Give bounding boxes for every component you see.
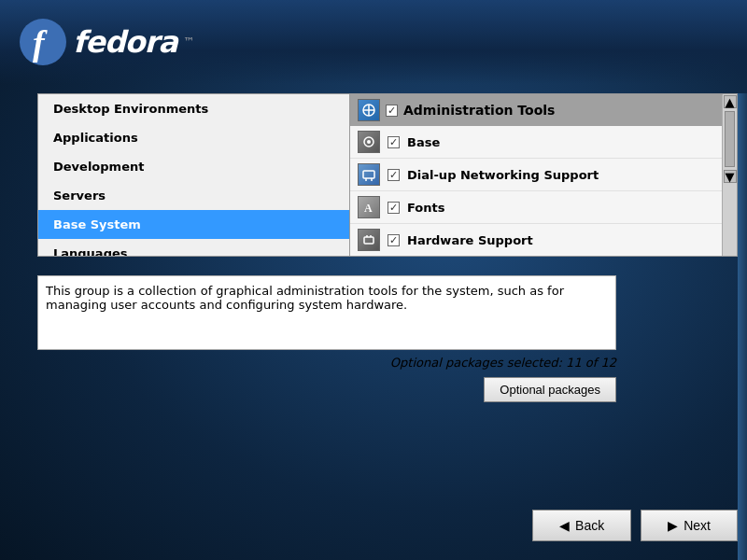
- next-button[interactable]: ▶ Next: [641, 510, 738, 541]
- svg-text:A: A: [364, 202, 373, 215]
- back-arrow-icon: ◀: [559, 518, 570, 533]
- hardware-icon: [358, 229, 380, 251]
- back-label: Back: [575, 518, 604, 533]
- right-divider: [738, 93, 747, 560]
- trademark: ™: [183, 35, 194, 49]
- fedora-text: fedora: [73, 24, 177, 60]
- base-icon: [358, 131, 380, 153]
- dialup-label: Dial-up Networking Support: [407, 168, 599, 182]
- category-item-applications[interactable]: Applications: [38, 123, 349, 152]
- category-list: Desktop Environments Applications Develo…: [37, 93, 350, 257]
- next-label: Next: [684, 518, 711, 533]
- header-bar: f fedora ™: [0, 0, 747, 84]
- panels-container: Desktop Environments Applications Develo…: [37, 93, 738, 257]
- package-scrollbar[interactable]: ▲ ▼: [722, 94, 737, 256]
- scrollbar-thumb[interactable]: [725, 111, 735, 167]
- optional-packages-count: Optional packages selected: 11 of 12: [390, 356, 616, 370]
- optional-packages-button[interactable]: Optional packages: [484, 377, 616, 402]
- description-text: This group is a collection of graphical …: [46, 284, 564, 312]
- fonts-icon: A: [358, 196, 380, 218]
- svg-point-6: [367, 140, 371, 144]
- next-arrow-icon: ▶: [668, 518, 678, 533]
- back-button[interactable]: ◀ Back: [532, 510, 631, 541]
- optional-packages-info: Optional packages selected: 11 of 12: [37, 356, 616, 370]
- admin-tools-icon: [358, 99, 380, 121]
- svg-rect-11: [364, 237, 374, 244]
- base-label: Base: [407, 135, 440, 149]
- optional-packages-row: Optional packages: [37, 377, 616, 402]
- fedora-icon: f: [19, 18, 67, 66]
- category-item-desktop[interactable]: Desktop Environments: [38, 94, 349, 123]
- main-content: Desktop Environments Applications Develo…: [37, 93, 738, 523]
- category-item-base-system[interactable]: Base System: [38, 210, 349, 239]
- package-item-dialup[interactable]: ✓ Dial-up Networking Support: [350, 159, 737, 191]
- package-item-base[interactable]: ✓ Base: [350, 126, 737, 159]
- hardware-label: Hardware Support: [407, 233, 533, 247]
- fedora-logo: f fedora ™: [19, 18, 194, 66]
- dialup-checkbox[interactable]: ✓: [388, 169, 400, 181]
- scrollbar-up-arrow[interactable]: ▲: [724, 95, 737, 108]
- category-item-servers[interactable]: Servers: [38, 181, 349, 210]
- fonts-checkbox[interactable]: ✓: [388, 202, 400, 214]
- scrollbar-down-arrow[interactable]: ▼: [724, 170, 737, 183]
- category-item-development[interactable]: Development: [38, 152, 349, 181]
- package-item-hardware[interactable]: ✓ Hardware Support: [350, 224, 737, 257]
- dialup-icon: [358, 163, 380, 186]
- admin-tools-checkbox[interactable]: ✓: [386, 105, 398, 117]
- package-list: ✓ Administration Tools ✓ Base ✓ Dial-up …: [350, 93, 738, 257]
- package-list-header: ✓ Administration Tools: [350, 94, 737, 126]
- hardware-checkbox[interactable]: ✓: [388, 234, 400, 246]
- bottom-navigation: ◀ Back ▶ Next: [532, 510, 738, 541]
- description-box: This group is a collection of graphical …: [37, 275, 616, 350]
- svg-rect-7: [363, 171, 374, 178]
- base-checkbox[interactable]: ✓: [388, 136, 400, 148]
- fonts-label: Fonts: [407, 201, 445, 215]
- package-item-fonts[interactable]: A ✓ Fonts: [350, 191, 737, 224]
- package-list-title: Administration Tools: [403, 103, 555, 118]
- category-item-languages[interactable]: Languages: [38, 239, 349, 257]
